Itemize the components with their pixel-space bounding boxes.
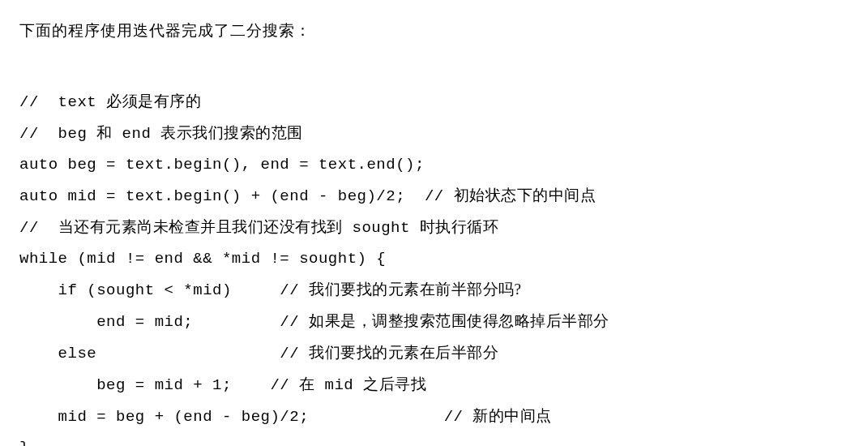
- comment-text: 新的中间点: [472, 407, 552, 424]
- code-line: }: [19, 439, 29, 446]
- code-line: auto mid = text.begin() + (end - beg)/2;…: [19, 187, 596, 205]
- comment-mid: mid: [315, 376, 364, 394]
- comment-text: 时执行循环: [420, 218, 499, 235]
- comment-text: 如果是，调整搜索范围使得忽略掉后半部分: [309, 312, 609, 329]
- comment-prefix: // text: [19, 93, 106, 111]
- comment-mid: end: [113, 125, 161, 143]
- code-line: // text 必须是有序的: [19, 93, 201, 111]
- code-line: else // 我们要找的元素在后半部分: [19, 345, 498, 362]
- comment-mid: sought: [343, 219, 420, 237]
- comment-text: 我们要找的元素在前半部分吗?: [309, 281, 521, 298]
- code-text: end = mid; //: [19, 313, 309, 331]
- comment-text: 我们要找的元素在后半部分: [309, 344, 498, 361]
- code-block: // text 必须是有序的 // beg 和 end 表示我们搜索的范围 au…: [19, 55, 849, 446]
- code-text: auto mid = text.begin() + (end - beg)/2;…: [19, 187, 454, 205]
- comment-text: 表示我们搜索的范围: [160, 124, 303, 141]
- comment-text: 和: [96, 124, 113, 141]
- comment-text: 当还有元素尚未检查并且我们还没有找到: [58, 218, 343, 235]
- comment-text: 必须是有序的: [106, 92, 201, 109]
- code-line: // beg 和 end 表示我们搜索的范围: [19, 125, 303, 143]
- intro-text: 下面的程序使用迭代器完成了二分搜索：: [19, 16, 849, 45]
- code-line: // 当还有元素尚未检查并且我们还没有找到 sought 时执行循环: [19, 219, 498, 237]
- code-text: mid = beg + (end - beg)/2; //: [19, 408, 472, 426]
- code-line: auto beg = text.begin(), end = text.end(…: [19, 156, 425, 174]
- code-line: while (mid != end && *mid != sought) {: [19, 250, 386, 268]
- comment-text: 在: [299, 375, 315, 392]
- code-line: if (sought < *mid) // 我们要找的元素在前半部分吗?: [19, 281, 522, 299]
- code-text: if (sought < *mid) //: [19, 281, 309, 299]
- comment-prefix: //: [19, 219, 58, 237]
- code-text: beg = mid + 1; //: [19, 376, 299, 394]
- code-line: end = mid; // 如果是，调整搜索范围使得忽略掉后半部分: [19, 313, 609, 331]
- code-line: mid = beg + (end - beg)/2; // 新的中间点: [19, 408, 552, 426]
- comment-text: 之后寻找: [363, 375, 426, 392]
- comment-text: 初始状态下的中间点: [454, 187, 596, 204]
- comment-prefix: // beg: [19, 125, 96, 143]
- code-text: else //: [19, 345, 309, 362]
- code-line: beg = mid + 1; // 在 mid 之后寻找: [19, 376, 426, 394]
